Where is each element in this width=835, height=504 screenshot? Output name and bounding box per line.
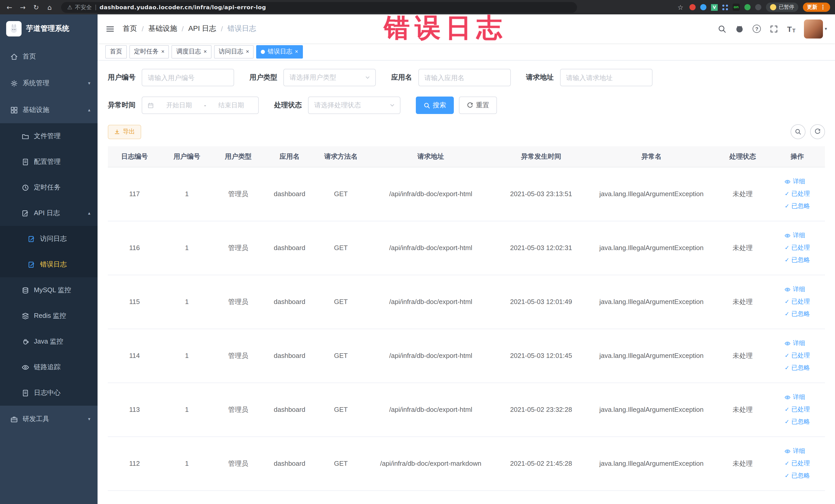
extension-pin-icon[interactable] — [755, 4, 761, 10]
calendar-icon — [147, 102, 154, 108]
close-icon[interactable]: × — [161, 49, 165, 55]
tab-error-log[interactable]: 错误日志 × — [257, 45, 303, 58]
field-label: 用户编号 — [108, 73, 136, 82]
eye-icon — [785, 448, 791, 454]
filter-user-id: 用户编号 — [108, 69, 234, 86]
breadcrumb-item-api-log[interactable]: API 日志 — [188, 24, 217, 33]
reset-button[interactable]: 重置 — [459, 97, 497, 114]
user-avatar[interactable]: ▾ — [804, 19, 827, 38]
sidebar-item-log-center[interactable]: 日志中心 — [0, 380, 98, 406]
detail-link[interactable]: 详细 — [785, 177, 805, 186]
search-icon[interactable] — [718, 24, 727, 33]
mark-processed-link[interactable]: ✓已处理 — [785, 405, 810, 414]
mark-ignored-link[interactable]: ✓已忽略 — [785, 310, 810, 318]
tab-scheduled-tasks[interactable]: 定时任务 × — [129, 45, 169, 58]
mark-processed-link[interactable]: ✓已处理 — [785, 297, 810, 306]
user-type-select[interactable]: 请选择用户类型 — [283, 69, 376, 86]
toggle-search-button[interactable] — [791, 124, 806, 139]
sidebar-item-redis-monitor[interactable]: Redis 监控 — [0, 303, 98, 329]
detail-link[interactable]: 详细 — [785, 339, 805, 348]
refresh-table-button[interactable] — [810, 124, 825, 139]
sidebar-item-java-monitor[interactable]: Java 监控 — [0, 329, 98, 354]
font-size-icon[interactable]: TT — [787, 24, 795, 33]
col-header-app-name: 应用名 — [264, 146, 315, 167]
cell-url: /api/infra/db-doc/export-html — [367, 167, 495, 221]
extension-on-badge[interactable]: on — [733, 4, 740, 11]
mark-processed-link[interactable]: ✓已处理 — [785, 351, 810, 360]
cell-user-id: 1 — [161, 167, 212, 221]
sidebar-item-mysql-monitor[interactable]: MySQL 监控 — [0, 277, 98, 303]
extension-icon-leaf[interactable] — [745, 4, 751, 10]
breadcrumb-item-infrastructure[interactable]: 基础设施 — [148, 24, 177, 33]
mark-processed-link[interactable]: ✓已处理 — [785, 243, 810, 252]
mark-processed-link[interactable]: ✓已处理 — [785, 189, 810, 198]
profile-paused-chip[interactable]: 已暂停 — [766, 3, 798, 12]
extension-icon-red[interactable] — [690, 4, 696, 10]
browser-forward-icon[interactable]: → — [19, 4, 27, 11]
date-range-picker[interactable]: 开始日期 - 结束日期 — [142, 97, 259, 114]
app-logo[interactable]: 芋道管理系统 — [0, 14, 98, 43]
sidebar-item-infrastructure[interactable]: 基础设施 ▴ — [0, 97, 98, 123]
browser-reload-icon[interactable]: ↻ — [32, 4, 41, 11]
mark-ignored-link[interactable]: ✓已忽略 — [785, 202, 810, 210]
sidebar-item-api-log[interactable]: API 日志 ▴ — [0, 200, 98, 226]
export-button[interactable]: 导出 — [108, 124, 141, 139]
detail-link[interactable]: 详细 — [785, 447, 805, 456]
check-icon: ✓ — [785, 473, 789, 479]
profile-emoji-icon — [770, 4, 776, 10]
bookmark-star-icon[interactable]: ☆ — [676, 4, 685, 11]
extensions-grid-icon[interactable] — [722, 4, 725, 6]
mark-ignored-link[interactable]: ✓已忽略 — [785, 364, 810, 372]
main-pane: 首页 / 基础设施 / API 日志 / 错误日志 ? — [98, 14, 835, 504]
sidebar-item-trace[interactable]: 链路追踪 — [0, 354, 98, 380]
browser-home-icon[interactable]: ⌂ — [45, 4, 54, 11]
table-row: 112 1 管理员 dashboard GET /api/infra/db-do… — [108, 437, 825, 490]
mark-ignored-link[interactable]: ✓已忽略 — [785, 418, 810, 426]
sidebar-item-access-log[interactable]: 访问日志 — [0, 226, 98, 251]
check-icon: ✓ — [785, 407, 789, 412]
mark-ignored-link[interactable]: ✓已忽略 — [785, 256, 810, 264]
github-icon[interactable] — [735, 24, 744, 33]
fullscreen-icon[interactable] — [770, 24, 778, 33]
chrome-update-chip[interactable]: 更新 ⋮ — [803, 3, 830, 12]
vue-devtools-icon[interactable]: V — [711, 4, 718, 11]
app-shell: 芋道管理系统 首页 系统管理 ▾ 基础设施 ▴ — [0, 14, 835, 504]
tab-access-log[interactable]: 访问日志 × — [214, 45, 254, 58]
tab-schedule-log[interactable]: 调度日志 × — [172, 45, 211, 58]
security-warning[interactable]: ⚠ 不安全 — [67, 3, 92, 11]
user-id-input[interactable] — [142, 69, 234, 86]
breadcrumb-item-home[interactable]: 首页 — [123, 24, 137, 33]
cell-time: 2021-05-03 12:02:31 — [495, 221, 587, 275]
hamburger-menu-icon[interactable] — [106, 24, 115, 33]
cell-actions: 详细 ✓已处理 ✓已忽略 — [770, 329, 825, 383]
tab-home[interactable]: 首页 — [105, 45, 127, 58]
close-icon[interactable]: × — [204, 49, 207, 55]
help-icon[interactable]: ? — [753, 25, 761, 33]
detail-link[interactable]: 详细 — [785, 231, 805, 240]
search-button[interactable]: 搜索 — [416, 97, 454, 114]
close-icon[interactable]: × — [246, 49, 249, 55]
mark-processed-link[interactable]: ✓已处理 — [785, 459, 810, 468]
extension-icon-blue[interactable] — [700, 4, 707, 10]
detail-link[interactable]: 详细 — [785, 393, 805, 402]
process-status-select[interactable]: 请选择处理状态 — [308, 97, 401, 114]
app-name-input[interactable] — [418, 69, 511, 86]
sidebar-item-scheduled-tasks[interactable]: 定时任务 — [0, 175, 98, 200]
sidebar-item-dev-tools[interactable]: 研发工具 ▾ — [0, 406, 98, 432]
request-url-input[interactable] — [560, 69, 652, 86]
col-header-url: 请求地址 — [367, 146, 495, 167]
mark-ignored-link[interactable]: ✓已忽略 — [785, 471, 810, 480]
eye-icon — [785, 340, 791, 346]
cell-status: 未处理 — [716, 167, 770, 221]
sidebar-item-config-management[interactable]: 配置管理 — [0, 149, 98, 175]
breadcrumb-item-current: 错误日志 — [227, 24, 256, 33]
sidebar-item-label: 定时任务 — [34, 183, 61, 192]
sidebar-item-home[interactable]: 首页 — [0, 43, 98, 70]
sidebar-item-file-management[interactable]: 文件管理 — [0, 123, 98, 149]
sidebar-item-error-log[interactable]: 错误日志 — [0, 251, 98, 277]
close-icon[interactable]: × — [295, 49, 298, 55]
warning-icon: ⚠ — [67, 4, 73, 11]
sidebar-item-system-management[interactable]: 系统管理 ▾ — [0, 70, 98, 97]
browser-back-icon[interactable]: ← — [5, 4, 14, 11]
detail-link[interactable]: 详细 — [785, 285, 805, 294]
